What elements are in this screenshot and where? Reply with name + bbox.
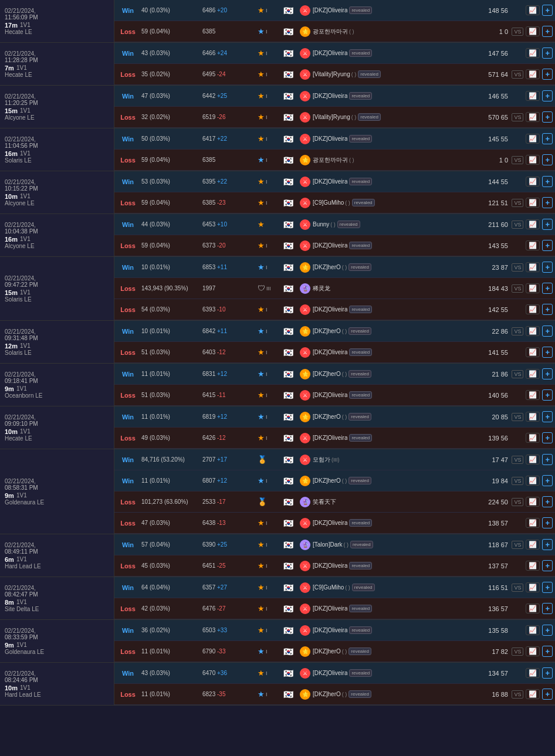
vs-button[interactable]: VS [512, 156, 523, 164]
match-scores: 20 85 [473, 413, 508, 421]
vs-button[interactable]: VS [512, 284, 523, 293]
chart-button[interactable]: 📈 [526, 476, 540, 486]
chart-button[interactable]: 📈 [526, 26, 540, 36]
vs-button[interactable]: VS [512, 541, 523, 549]
vs-button[interactable]: VS [512, 199, 523, 207]
chart-button[interactable]: 📈 [526, 198, 540, 208]
add-button[interactable]: + [542, 582, 553, 593]
chart-button[interactable]: 📈 [526, 668, 540, 678]
add-button[interactable]: + [542, 90, 553, 101]
chart-button[interactable]: 📈 [526, 390, 540, 400]
chart-button[interactable]: 📈 [526, 134, 540, 144]
add-button[interactable]: + [542, 560, 553, 571]
chart-button[interactable]: 📈 [526, 412, 540, 422]
chart-button[interactable]: 📈 [526, 369, 540, 379]
rank-num: I [266, 136, 268, 142]
rank-num: I [266, 307, 268, 313]
chart-button[interactable]: 📈 [526, 625, 540, 635]
vs-button[interactable]: VS [512, 370, 523, 378]
chart-button[interactable]: 📈 [526, 689, 540, 699]
add-button[interactable]: + [542, 646, 553, 657]
add-button[interactable]: + [542, 517, 553, 528]
vs-button[interactable]: VS [512, 113, 523, 121]
add-button[interactable]: + [542, 326, 553, 337]
chart-button[interactable]: 📈 [526, 69, 540, 79]
add-icon: + [545, 70, 550, 79]
add-button[interactable]: + [542, 411, 553, 422]
add-button[interactable]: + [542, 304, 553, 315]
chart-button[interactable]: 📈 [526, 455, 540, 465]
add-button[interactable]: + [542, 432, 553, 443]
chart-button[interactable]: 📈 [526, 646, 540, 656]
vs-button[interactable]: VS [512, 28, 523, 36]
chart-button[interactable]: 📈 [526, 48, 540, 58]
chart-button[interactable]: 📈 [526, 91, 540, 101]
chart-icon: 📈 [529, 605, 537, 612]
chart-button[interactable]: 📈 [526, 326, 540, 336]
vs-button[interactable]: VS [512, 690, 523, 699]
add-button[interactable]: + [542, 5, 553, 16]
vs-button[interactable]: VS [512, 70, 523, 79]
player-flag: 🇰🇷 [283, 327, 297, 336]
match-scores: 141 55 [473, 349, 508, 356]
vs-button[interactable]: VS [512, 498, 523, 506]
add-button[interactable]: + [542, 48, 553, 59]
add-button[interactable]: + [542, 219, 553, 230]
match-rows: Win44 (0.03%)6453 +10★🇰🇷 ⚔ Bunny ( ) rev… [114, 214, 555, 256]
add-button[interactable]: + [542, 368, 553, 379]
mmr-value: 6417 [202, 135, 215, 142]
chart-button[interactable]: 📈 [526, 582, 540, 592]
add-button[interactable]: + [542, 625, 553, 636]
vs-button[interactable]: VS [512, 263, 523, 272]
add-button[interactable]: + [542, 133, 553, 144]
chart-button[interactable]: 📈 [526, 240, 540, 250]
add-button[interactable]: + [542, 111, 553, 123]
add-button[interactable]: + [542, 176, 553, 187]
add-button[interactable]: + [542, 262, 553, 273]
add-button[interactable]: + [542, 689, 553, 700]
chart-button[interactable]: 📈 [526, 604, 540, 613]
vs-button[interactable]: VS [512, 413, 523, 421]
chart-button[interactable]: 📈 [526, 155, 540, 165]
add-button[interactable]: + [542, 283, 553, 294]
result-badge: Loss [117, 155, 139, 165]
add-button[interactable]: + [542, 69, 553, 80]
actions-col: VS📈+ [512, 475, 553, 486]
add-button[interactable]: + [542, 454, 553, 465]
chart-button[interactable]: 📈 [526, 177, 540, 187]
chart-button[interactable]: 📈 [526, 219, 540, 229]
chart-button[interactable]: 📈 [526, 561, 540, 571]
chart-button[interactable]: 📈 [526, 283, 540, 293]
rank-star-icon: ★ [258, 305, 265, 314]
chart-button[interactable]: 📈 [526, 5, 540, 15]
chart-button[interactable]: 📈 [526, 347, 540, 357]
chart-button[interactable]: 📈 [526, 304, 540, 314]
chart-button[interactable]: 📈 [526, 540, 540, 550]
add-button[interactable]: + [542, 389, 553, 401]
vs-button[interactable]: VS [512, 327, 523, 335]
add-button[interactable]: + [542, 475, 553, 486]
chart-button[interactable]: 📈 [526, 262, 540, 272]
add-button[interactable]: + [542, 603, 553, 614]
add-button[interactable]: + [542, 240, 553, 251]
add-button[interactable]: + [542, 496, 553, 507]
chart-button[interactable]: 📈 [526, 112, 540, 122]
vs-button[interactable]: VS [512, 477, 523, 485]
chart-button[interactable]: 📈 [526, 433, 540, 443]
add-button[interactable]: + [542, 667, 553, 679]
add-button[interactable]: + [542, 347, 553, 358]
player-col: ⚔ [DKZ]Oliveira revealed [300, 240, 473, 251]
result-badge: Loss [117, 604, 139, 613]
chart-button[interactable]: 📈 [526, 518, 540, 528]
add-icon: + [545, 91, 550, 100]
vs-button[interactable]: VS [512, 584, 523, 592]
rank-num: I [266, 478, 268, 484]
add-button[interactable]: + [542, 539, 553, 550]
add-button[interactable]: + [542, 26, 553, 37]
add-button[interactable]: + [542, 154, 553, 165]
chart-button[interactable]: 📈 [526, 497, 540, 507]
vs-button[interactable]: VS [512, 647, 523, 656]
vs-button[interactable]: VS [512, 456, 523, 464]
add-button[interactable]: + [542, 197, 553, 208]
vs-button[interactable]: VS [512, 221, 523, 229]
